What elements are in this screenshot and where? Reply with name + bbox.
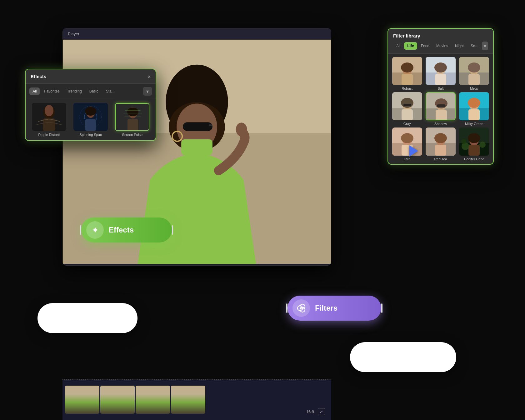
filter-tab-night[interactable]: Night — [452, 42, 467, 50]
timeline-frame-2 — [100, 386, 135, 414]
svg-rect-69 — [435, 145, 446, 156]
effects-pill-notch-left — [80, 225, 81, 235]
filter-library-panel: Filter library All Life Food Movies Nigh… — [388, 28, 494, 165]
svg-point-68 — [434, 133, 447, 143]
filter-label-shadow: Shadow — [434, 122, 447, 126]
filter-item-salt[interactable]: Salt — [425, 57, 456, 90]
svg-rect-8 — [181, 139, 212, 155]
svg-rect-6 — [209, 124, 212, 126]
effects-pill-container: ✦ Effects — [38, 303, 138, 333]
filter-item-robust[interactable]: Robust — [391, 57, 423, 90]
filter-thumb-metal — [459, 57, 489, 85]
filter-item-conifer-cone[interactable]: Conifer Cone — [458, 128, 490, 161]
svg-point-36 — [434, 62, 447, 72]
filters-pill-label: Filters — [315, 304, 338, 312]
filter-thumb-shadow — [426, 92, 456, 120]
timeline-frame-3 — [136, 386, 170, 414]
aspect-ratio[interactable]: 16:9 — [306, 409, 314, 414]
svg-rect-26 — [123, 113, 142, 113]
svg-rect-74 — [468, 145, 480, 156]
svg-rect-25 — [125, 110, 141, 111]
svg-rect-5 — [183, 122, 212, 131]
player-title-bar: Player — [63, 28, 331, 40]
filter-thumb-gray — [392, 92, 422, 120]
filter-grid: Robust Salt — [388, 54, 493, 164]
filter-item-shadow[interactable]: Shadow — [425, 92, 456, 126]
filters-pill-notch-left — [286, 303, 288, 313]
effect-label-ripple: Ripple Distorti — [38, 133, 59, 137]
effects-tab-dropdown[interactable]: ▾ — [143, 87, 152, 96]
effects-tab-all[interactable]: All — [29, 88, 40, 95]
effects-panel: Effects « All Favorites Trending Basic S… — [25, 69, 156, 141]
filter-tab-sc[interactable]: Sc... — [468, 42, 481, 50]
effects-tab-favorites[interactable]: Favorites — [41, 88, 62, 95]
filter-label-salt: Salt — [438, 87, 444, 90]
filter-item-metal[interactable]: Metal — [458, 57, 490, 90]
effects-title: Effects — [31, 74, 46, 79]
filter-tab-life[interactable]: Life — [404, 42, 417, 50]
svg-rect-54 — [437, 104, 446, 107]
svg-point-77 — [461, 139, 466, 144]
effect-item-ripple[interactable]: Ripple Distorti — [29, 103, 68, 137]
effects-pill[interactable]: ✦ Effects — [81, 218, 172, 242]
effects-close-icon[interactable]: « — [148, 73, 151, 80]
effect-thumb-spinning — [73, 103, 108, 131]
effects-pill-icon-wrapper: ✦ — [86, 221, 104, 239]
filter-item-milky-green[interactable]: Milky Green — [458, 92, 490, 126]
effect-item-screen[interactable]: Screen Pulse — [113, 103, 152, 137]
svg-point-63 — [401, 133, 413, 143]
filter-header: Filter library All Life Food Movies Nigh… — [388, 29, 493, 54]
effect-label-screen: Screen Pulse — [122, 133, 142, 137]
filter-thumb-red-tea — [426, 128, 456, 156]
svg-point-73 — [468, 133, 480, 143]
player-timeline: 16:9 ⤢ — [62, 379, 331, 420]
effects-tab-sta[interactable]: Sta... — [103, 88, 118, 95]
effect-label-spinning: Spinning Spac — [80, 133, 102, 137]
fullscreen-icon[interactable]: ⤢ — [318, 408, 325, 415]
effects-tab-basic[interactable]: Basic — [86, 88, 102, 95]
filter-tab-food[interactable]: Food — [418, 42, 432, 50]
filter-label-red-tea: Red Tea — [434, 157, 447, 161]
effects-header: Effects « — [26, 69, 156, 84]
filter-item-taro[interactable]: Taro — [391, 128, 423, 161]
effects-tabs: All Favorites Trending Basic Sta... ▾ — [26, 84, 156, 99]
svg-point-18 — [85, 107, 96, 116]
filter-tab-movies[interactable]: Movies — [433, 42, 451, 50]
filter-item-red-tea[interactable]: Red Tea — [425, 128, 456, 161]
effect-item-spinning[interactable]: Spinning Spac — [71, 103, 110, 137]
filter-item-gray[interactable]: Gray — [391, 92, 423, 126]
svg-rect-48 — [403, 104, 411, 106]
timeline-frame-1 — [65, 386, 99, 414]
filter-label-gray: Gray — [403, 122, 411, 126]
player-title: Player — [68, 32, 79, 36]
svg-rect-24 — [128, 119, 138, 131]
filter-label-robust: Robust — [402, 87, 412, 90]
svg-rect-13 — [43, 118, 55, 131]
svg-point-46 — [401, 98, 413, 108]
effect-thumb-screen — [115, 103, 149, 131]
svg-rect-19 — [85, 119, 96, 131]
svg-point-58 — [468, 98, 480, 108]
filter-tab-all[interactable]: All — [393, 42, 403, 50]
svg-rect-59 — [468, 109, 480, 120]
svg-rect-32 — [402, 74, 413, 85]
filter-thumb-robust — [392, 57, 422, 85]
svg-point-23 — [127, 108, 138, 116]
filter-tab-dropdown[interactable]: ▾ — [482, 42, 488, 50]
svg-point-31 — [401, 62, 413, 72]
filters-circles-icon — [296, 303, 306, 313]
svg-point-41 — [468, 62, 480, 72]
filters-pill-notch-right — [381, 303, 382, 313]
timeline-frame-4 — [171, 386, 205, 414]
scene: Player — [0, 0, 525, 420]
effects-tab-trending[interactable]: Trending — [64, 88, 85, 95]
filters-pill[interactable]: Filters — [288, 296, 381, 321]
svg-point-12 — [45, 105, 53, 116]
svg-rect-47 — [402, 109, 413, 120]
svg-rect-27 — [124, 116, 141, 117]
svg-rect-53 — [436, 110, 447, 120]
svg-rect-37 — [435, 74, 446, 85]
svg-point-76 — [479, 142, 486, 148]
waveform — [62, 379, 331, 380]
svg-rect-42 — [468, 74, 480, 85]
